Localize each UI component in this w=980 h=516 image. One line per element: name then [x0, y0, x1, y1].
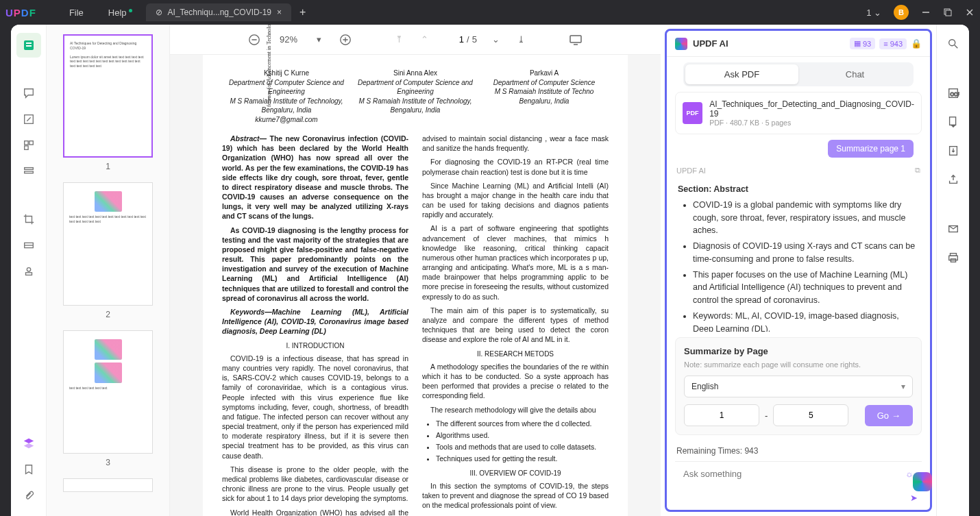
send-icon[interactable]: ➤ [910, 493, 918, 503]
citation-sidebar: ference for Advancement in Technology (I… [266, 55, 272, 107]
first-page-icon[interactable]: ⤒ [393, 32, 406, 47]
summarize-box: Summarize by Page Note: summarize each p… [675, 337, 922, 435]
page-to-input[interactable] [773, 404, 848, 426]
svg-text:OCR: OCR [950, 91, 959, 97]
ai-logo-icon [675, 38, 687, 50]
search-icon[interactable] [942, 33, 964, 55]
svg-rect-12 [24, 168, 33, 170]
minimize-icon[interactable] [921, 8, 931, 17]
page-indicator: /5 [443, 34, 477, 45]
svg-point-25 [948, 40, 955, 46]
svg-rect-11 [24, 146, 27, 149]
zoom-dropdown-icon[interactable]: ▾ [314, 32, 324, 47]
tab-chat[interactable]: Chat [798, 64, 911, 84]
credit-badge[interactable]: ▦ 93 [850, 38, 875, 49]
lock-icon[interactable]: 🔒 [911, 38, 922, 49]
convert-icon[interactable] [942, 111, 964, 133]
presentation-icon[interactable] [566, 32, 585, 48]
menu-help[interactable]: Help [96, 8, 139, 18]
zoom-in-icon[interactable] [336, 31, 354, 49]
zoom-level[interactable]: 92% [275, 34, 302, 45]
comment-tool-icon[interactable] [16, 81, 41, 106]
page-from-input[interactable] [684, 404, 759, 426]
close-icon[interactable] [965, 8, 975, 17]
user-avatar[interactable]: B [894, 5, 909, 20]
tab-label: AI_Techniqu...ng_COVID-19 [168, 8, 271, 17]
left-toolbar [11, 25, 47, 516]
chevron-down-icon: ▾ [901, 382, 905, 391]
ai-float-icon[interactable] [913, 472, 932, 491]
svg-rect-9 [24, 141, 27, 145]
summarize-title: Summarize by Page [684, 346, 913, 356]
credit-badge[interactable]: ≡ 943 [879, 38, 907, 49]
file-name: AI_Techniques_for_Detecting_and_Diagnosi… [709, 99, 914, 119]
app-logo: UPDF [5, 7, 36, 19]
crop-tool-icon[interactable] [16, 207, 41, 232]
notification-dot-icon [129, 9, 132, 12]
page-thumbnail-1[interactable]: AI Techniques for Detecting and Diagnosi… [63, 34, 153, 158]
form-tool-icon[interactable] [16, 159, 41, 184]
next-page-icon[interactable]: ⌄ [489, 32, 502, 47]
range-dash: - [765, 410, 768, 421]
share-icon[interactable] [942, 169, 964, 191]
stamp-tool-icon[interactable] [16, 259, 41, 284]
email-icon[interactable] [942, 218, 964, 240]
page-viewport[interactable]: ference for Advancement in Technology (I… [170, 55, 661, 516]
redact-tool-icon[interactable] [16, 233, 41, 258]
response-section: Section: Abstract [678, 183, 919, 196]
tab-ask-pdf[interactable]: Ask PDF [685, 64, 798, 84]
titlebar: UPDF File Help ⊘ AI_Techniqu...ng_COVID-… [0, 0, 980, 25]
svg-point-16 [27, 268, 30, 271]
new-tab-button[interactable]: + [299, 6, 306, 19]
page-input[interactable] [443, 34, 464, 45]
page-total: 5 [472, 34, 477, 45]
bookmark-icon[interactable] [16, 457, 41, 482]
thumb-label: 1 [63, 162, 153, 171]
maximize-icon[interactable] [943, 8, 953, 17]
ai-header: UPDF AI ▦ 93 ≡ 943 🔒 [667, 31, 930, 57]
attachment-icon[interactable] [16, 483, 41, 508]
ai-title: UPDF AI [693, 38, 728, 49]
bullet: Keywords: ML, AI, COVID-19, image-based … [693, 310, 919, 332]
reader-tool-icon[interactable] [16, 33, 41, 58]
bullet: This paper focuses on the use of Machine… [693, 269, 919, 307]
author-block: Parkavi ADepartment of Computer ScienceM… [480, 69, 609, 124]
bullet: COVID-19 is a global pandemic with sympt… [693, 199, 919, 237]
svg-rect-7 [26, 45, 32, 47]
file-card: PDF AI_Techniques_for_Detecting_and_Diag… [675, 92, 922, 134]
copy-icon[interactable]: ⧉ [915, 166, 920, 175]
go-button[interactable]: Go → [865, 405, 913, 426]
prev-page-icon[interactable]: ⌃ [418, 32, 431, 47]
edit-tool-icon[interactable] [16, 107, 41, 132]
ask-input[interactable] [683, 469, 905, 479]
svg-rect-2 [946, 10, 951, 16]
tab-close-icon[interactable]: × [277, 8, 282, 17]
svg-rect-17 [25, 273, 32, 275]
page-thumbnail-2[interactable]: text text text text text text text text … [63, 182, 153, 306]
zoom-out-icon[interactable] [245, 31, 263, 49]
thumb-label: 2 [63, 310, 153, 319]
ai-tabs: Ask PDF Chat [683, 62, 914, 86]
menu-file[interactable]: File [57, 8, 96, 18]
svg-rect-10 [29, 141, 32, 145]
print-icon[interactable] [942, 247, 964, 269]
svg-rect-6 [26, 42, 32, 44]
export-icon[interactable] [942, 140, 964, 162]
language-select[interactable]: English▾ [684, 376, 913, 397]
svg-rect-13 [24, 171, 33, 173]
page-thumbnail-3[interactable]: text text text text text text [63, 330, 153, 454]
account-count[interactable]: 1 ⌄ [866, 8, 881, 18]
document-tab[interactable]: ⊘ AI_Techniqu...ng_COVID-19 × [146, 3, 291, 21]
thumb-label: 3 [63, 458, 153, 467]
ai-panel: UPDF AI ▦ 93 ≡ 943 🔒 Ask PDF Chat PDF AI… [665, 29, 932, 512]
page-thumbnail-4[interactable] [63, 478, 153, 492]
svg-rect-33 [948, 256, 957, 260]
layers-icon[interactable] [16, 431, 41, 456]
thumbnail-panel: AI Techniques for Detecting and Diagnosi… [47, 25, 170, 516]
last-page-icon[interactable]: ⤓ [515, 32, 528, 47]
ask-row: ☼ [675, 461, 922, 486]
ocr-icon[interactable]: OCR [942, 82, 964, 104]
author-block: Sini Anna AlexDepartment of Computer Sci… [351, 69, 480, 124]
organize-tool-icon[interactable] [16, 133, 41, 158]
right-toolbar: OCR [936, 25, 969, 516]
